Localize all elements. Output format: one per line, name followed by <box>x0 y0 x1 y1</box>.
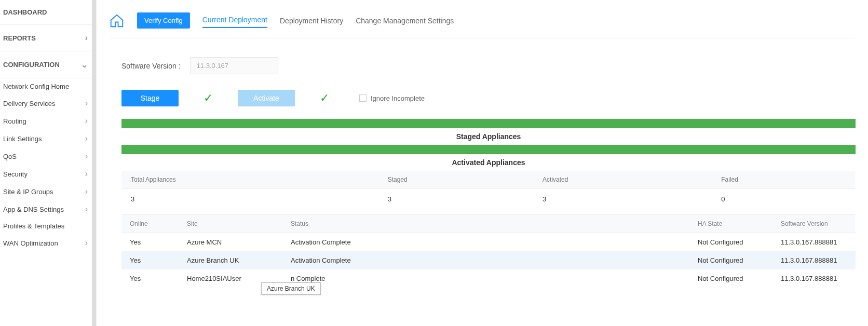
software-version-label: Software Version : <box>121 62 181 70</box>
summary-value: 3 <box>533 189 712 210</box>
summary-value: 3 <box>121 189 378 210</box>
nav-label: REPORTS <box>3 34 36 42</box>
checkbox-label: Ignore Incomplete <box>371 94 425 102</box>
summary-value: 0 <box>712 189 856 210</box>
staged-appliances-title: Staged Appliances <box>121 128 856 145</box>
nav-label: Network Config Home <box>3 83 69 90</box>
tab-change-management[interactable]: Change Management Settings <box>356 15 454 27</box>
table-cell: Not Configured <box>689 233 772 252</box>
site-tooltip: Azure Branch UK <box>261 282 321 295</box>
table-header-ha-state[interactable]: HA State <box>689 215 772 233</box>
table-cell: Not Configured <box>689 251 772 269</box>
nav-label: App & DNS Settings <box>3 206 64 213</box>
check-icon: ✓ <box>320 91 329 105</box>
nav-label: Profiles & Templates <box>3 222 64 230</box>
sidebar-item-network-config-home[interactable]: Network Config Home <box>0 78 96 94</box>
home-icon[interactable] <box>109 13 125 29</box>
activate-button[interactable]: Activate <box>238 90 295 106</box>
nav-label: DASHBOARD <box>3 8 47 16</box>
action-row: Stage ✓ Activate ✓ Ignore Incomplete <box>121 90 856 106</box>
software-version-input[interactable] <box>190 57 278 74</box>
nav-label: Security <box>3 170 28 178</box>
table-row[interactable]: YesAzure MCNActivation CompleteNot Confi… <box>121 233 856 252</box>
nav-label: Routing <box>3 117 26 125</box>
main-content: Verify Config Current Deployment Deploym… <box>97 0 868 326</box>
sidebar-item-configuration[interactable]: CONFIGURATION ⌄ <box>0 51 96 78</box>
table-header-online[interactable]: Online <box>121 215 179 233</box>
table-cell: Activation Complete <box>282 233 689 252</box>
summary-header: Staged <box>378 171 533 189</box>
nav-label: QoS <box>3 153 17 160</box>
chevron-down-icon: ⌄ <box>81 60 88 70</box>
table-cell: Azure MCN <box>179 233 282 252</box>
nav-label: Delivery Services <box>3 100 55 107</box>
appliances-table: Online Site Status HA State Software Ver… <box>121 214 856 288</box>
table-cell: Yes <box>121 251 179 269</box>
software-version-row: Software Version : <box>121 57 856 74</box>
nav-label: Link Settings <box>3 135 42 143</box>
table-cell: Azure Branch UK <box>179 251 282 269</box>
sidebar-item-routing[interactable]: Routing › <box>0 112 96 130</box>
summary-header: Total Appliances <box>121 171 378 189</box>
ignore-incomplete-checkbox[interactable]: Ignore Incomplete <box>359 94 425 102</box>
content-area: Software Version : Stage ✓ Activate ✓ Ig… <box>109 38 856 288</box>
table-row[interactable]: YesHome210SIAUsern CompleteNot Configure… <box>121 269 856 288</box>
table-cell: 11.3.0.167.888881 <box>772 233 856 252</box>
chevron-right-icon: › <box>85 205 88 214</box>
sidebar-item-app-dns-settings[interactable]: App & DNS Settings › <box>0 200 96 218</box>
chevron-right-icon: › <box>85 116 88 126</box>
nav-label: WAN Optimization <box>3 239 58 247</box>
sidebar-item-link-settings[interactable]: Link Settings › <box>0 130 96 147</box>
tab-current-deployment[interactable]: Current Deployment <box>202 13 267 28</box>
table-cell: Yes <box>121 269 179 288</box>
sidebar-item-profiles-templates[interactable]: Profiles & Templates <box>0 218 96 234</box>
sidebar-item-reports[interactable]: REPORTS › <box>0 25 96 51</box>
table-cell: 11.3.0.167.888881 <box>772 251 856 269</box>
summary-table: Total Appliances Staged Activated Failed… <box>121 171 856 209</box>
chevron-right-icon: › <box>85 238 88 248</box>
chevron-right-icon: › <box>85 152 88 161</box>
sidebar-item-site-ip-groups[interactable]: Site & IP Groups › <box>0 183 96 200</box>
activated-appliances-title: Activated Appliances <box>121 154 856 171</box>
summary-value: 3 <box>378 189 533 210</box>
stage-button[interactable]: Stage <box>121 90 179 106</box>
sidebar-item-qos[interactable]: QoS › <box>0 147 96 165</box>
table-row[interactable]: YesAzure Branch UKActivation CompleteNot… <box>121 251 856 269</box>
summary-header: Activated <box>533 171 712 189</box>
checkbox-icon <box>359 94 367 102</box>
chevron-right-icon: › <box>85 169 88 179</box>
tab-bar: Verify Config Current Deployment Deploym… <box>109 12 856 38</box>
sidebar-item-dashboard[interactable]: DASHBOARD <box>0 0 96 25</box>
tab-deployment-history[interactable]: Deployment History <box>280 15 343 27</box>
sidebar: DASHBOARD REPORTS › CONFIGURATION ⌄ Netw… <box>0 0 97 326</box>
table-cell: Yes <box>121 233 179 252</box>
chevron-right-icon: › <box>85 134 88 143</box>
sidebar-item-security[interactable]: Security › <box>0 165 96 183</box>
progress-bar-activated <box>121 145 856 154</box>
table-cell: n Complete <box>282 269 689 288</box>
table-header-status[interactable]: Status <box>282 215 689 233</box>
sidebar-item-wan-optimization[interactable]: WAN Optimization › <box>0 234 96 252</box>
table-header-software-version[interactable]: Software Version <box>772 215 856 233</box>
chevron-right-icon: › <box>85 33 88 43</box>
chevron-right-icon: › <box>85 99 88 108</box>
table-header-site[interactable]: Site <box>179 215 282 233</box>
nav-label: CONFIGURATION <box>3 61 60 69</box>
verify-config-button[interactable]: Verify Config <box>137 12 190 29</box>
table-cell: Not Configured <box>689 269 772 288</box>
nav-label: Site & IP Groups <box>3 188 53 196</box>
summary-header: Failed <box>712 171 856 189</box>
progress-bar-staged <box>121 119 856 128</box>
table-cell: Activation Complete <box>282 251 689 269</box>
check-icon: ✓ <box>204 91 213 105</box>
sidebar-item-delivery-services[interactable]: Delivery Services › <box>0 94 96 112</box>
table-cell: 11.3.0.167.888881 <box>772 269 856 288</box>
chevron-right-icon: › <box>85 187 88 196</box>
